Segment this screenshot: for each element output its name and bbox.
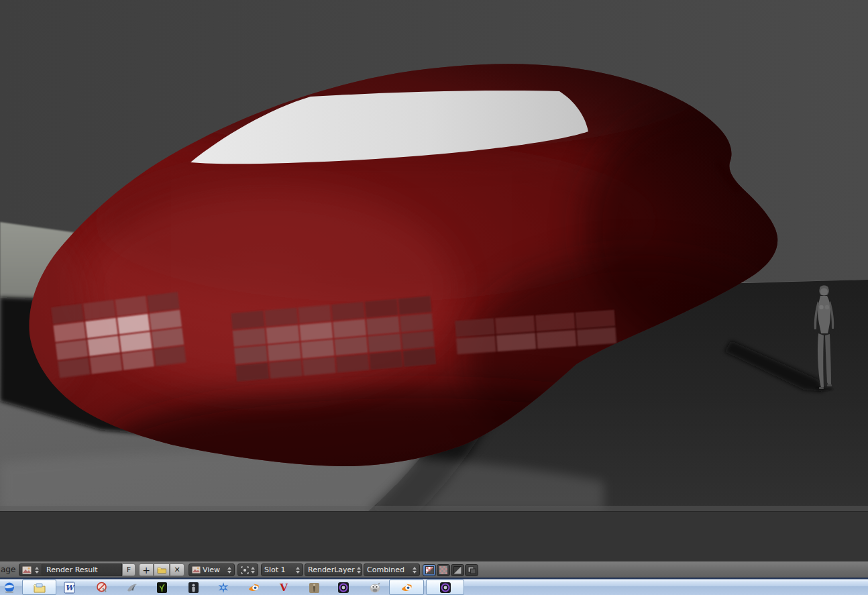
v-icon: V [280,582,288,594]
windows-taskbar: W [0,578,868,595]
render-display-icon [241,566,249,574]
taskbar-google-earth[interactable] [3,582,15,594]
taskbar-word[interactable]: W [63,582,75,594]
figurine-icon [188,582,199,594]
blender-window: age Render Result F + ✕ [0,0,868,595]
taskbar-media-blocked[interactable] [96,582,108,594]
open-image-button[interactable] [154,563,170,576]
image-icon [22,566,32,574]
render-scene [0,0,868,512]
z-buffer-toggle[interactable] [451,564,464,576]
new-image-button[interactable]: + [139,563,154,576]
taskbar-figurine-app[interactable] [187,582,199,594]
slot-value: Slot 1 [264,565,286,574]
render-layer-dropdown[interactable]: RenderLayer [305,563,362,576]
image-browse-button[interactable] [19,563,42,576]
folder-icon [34,582,46,593]
taskbar-window-blender[interactable] [389,580,424,595]
layered-squares-icon [468,566,476,574]
blender-icon [248,582,260,594]
purple-lens-icon [439,582,451,594]
google-earth-icon [3,582,15,594]
folder-icon [157,566,167,574]
word-icon: W [64,582,75,594]
layers-toggle[interactable] [465,564,478,576]
taskbar-swoosh-app[interactable] [126,582,138,594]
alpha-checker-icon [425,566,434,574]
taskbar-plant-app[interactable] [156,582,168,594]
tan-figure-icon [309,582,320,594]
taskbar-window-explorer[interactable] [22,580,56,595]
plus-icon: + [142,565,150,576]
blender-icon [400,582,413,594]
slot-dropdown[interactable]: Slot 1 [261,563,303,576]
plant-icon [156,582,168,594]
render-result-image[interactable] [0,0,868,561]
image-name-field[interactable]: Render Result [42,563,122,576]
gimp-icon [369,582,381,594]
purple-lens-icon [337,582,349,594]
taskbar-gimp[interactable] [369,582,381,594]
taskbar-tan-figure-app[interactable] [308,582,320,594]
image-name-value: Render Result [46,565,98,574]
taskbar-purple-lens-quicklaunch[interactable] [337,582,349,594]
taskbar-v-app[interactable]: V [278,582,290,594]
view-dropdown[interactable]: View [188,563,235,576]
display-mode-dropdown[interactable] [237,563,258,576]
unlink-image-button[interactable]: ✕ [170,563,184,576]
blocked-circle-icon [96,582,108,594]
render-pass-dropdown[interactable]: Combined [364,563,420,576]
image-editor-header: age Render Result F + ✕ [0,561,868,578]
draw-alpha-toggle[interactable] [423,564,436,576]
image-menu[interactable]: age [1,565,15,574]
taskbar-blender-quicklaunch[interactable] [248,582,260,594]
taskbar-window-purple-lens[interactable] [426,580,464,595]
checkerboard-icon [439,566,447,574]
close-icon: ✕ [174,565,180,574]
layer-value: RenderLayer [308,565,355,574]
pass-value: Combined [367,565,404,574]
taskbar-blue-star-app[interactable] [217,582,229,594]
image-icon [192,566,201,574]
fake-user-button[interactable]: F [122,563,135,576]
alpha-only-toggle[interactable] [437,564,450,576]
view-label: View [203,565,220,574]
swoosh-icon [126,582,138,593]
blue-star-icon [217,582,229,594]
gradient-diagonal-icon [453,566,462,574]
browse-spinner [35,567,39,574]
